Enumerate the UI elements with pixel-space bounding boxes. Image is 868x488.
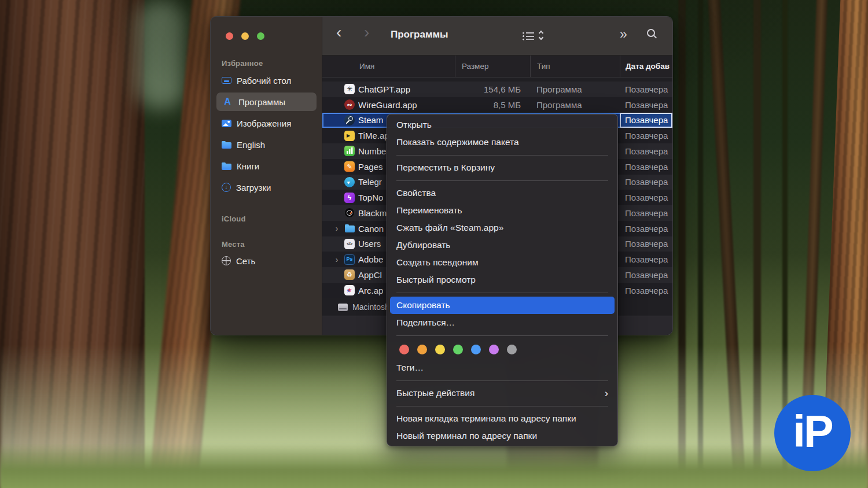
sidebar-item-label: Программы [238, 97, 285, 107]
file-name: WireGuard.app [358, 100, 417, 110]
sidebar-item-label: Рабочий стол [237, 76, 291, 86]
pages-icon [344, 161, 355, 172]
file-date: Позавчера [620, 175, 672, 190]
menu-item-label: Быстрый просмотр [396, 271, 476, 289]
sidebar-section-label: Места [216, 227, 317, 252]
close-button[interactable] [226, 32, 233, 40]
menu-item-label: Переименовать [396, 202, 462, 219]
tag-color-dot[interactable] [453, 345, 463, 354]
file-date: Позавчера [620, 159, 672, 175]
sidebar-item-globe[interactable]: Сеть [216, 252, 317, 270]
column-header-name[interactable]: Имя [322, 56, 455, 77]
context-menu: ОткрытьПоказать содержимое пакетаПеремес… [387, 114, 618, 446]
file-date: Позавчера [620, 143, 672, 159]
file-row[interactable]: WireGuard.app8,5 МБПрограммаПозавчера [322, 97, 672, 113]
sidebar-item-label: Изображения [237, 119, 291, 128]
chatgpt-icon [344, 84, 355, 94]
menu-separator [396, 293, 608, 293]
file-date: Позавчера [620, 236, 672, 252]
menu-separator [396, 406, 608, 406]
downloads-icon [222, 183, 231, 192]
menu-item-rename[interactable]: Переименовать [390, 202, 615, 219]
file-name: Arc.ap [358, 286, 383, 295]
file-date: Позавчера [620, 97, 672, 113]
menu-item-label: Скопировать [396, 297, 450, 314]
sidebar-item-label: Загрузки [236, 183, 271, 193]
file-date: Позавчера [620, 221, 672, 236]
folder-icon [222, 164, 231, 170]
file-size: 8,5 МБ [455, 97, 530, 113]
sidebar-item-label: English [237, 140, 265, 150]
appcleaner-icon [344, 269, 355, 280]
users-icon [344, 239, 355, 249]
sidebar-item-appstore[interactable]: Программы [216, 93, 317, 111]
sidebar-item-folder[interactable]: English [216, 135, 317, 154]
menu-item-tags[interactable]: Теги… [390, 359, 615, 376]
tag-color-dot[interactable] [507, 345, 517, 354]
blackmagic-icon [344, 208, 355, 218]
file-date: Позавчера [620, 267, 672, 283]
disclosure-chevron-icon: › [333, 224, 341, 232]
menu-item-move-to-trash[interactable]: Переместить в Корзину [390, 159, 615, 176]
search-icon[interactable] [647, 29, 655, 37]
tag-color-dot[interactable] [489, 345, 499, 354]
folderb-icon [344, 223, 355, 234]
file-name: Numbe [358, 146, 386, 156]
column-header-type[interactable]: Тип [530, 56, 620, 77]
steam-icon [344, 115, 355, 125]
menu-item-label: Свойства [396, 184, 436, 202]
file-name: Steam [358, 115, 383, 125]
menu-item-get-info[interactable]: Свойства [390, 184, 615, 202]
sidebar: ИзбранноеРабочий столПрограммыИзображени… [211, 17, 322, 335]
more-toolbar-items-icon[interactable]: » [620, 27, 627, 42]
menu-item-new-terminal-tab[interactable]: Новая вкладка терминала по адресу папки [390, 410, 615, 427]
globe-icon [222, 256, 231, 265]
menu-item-new-terminal[interactable]: Новый терминал по адресу папки [390, 427, 615, 445]
minimize-button[interactable] [241, 32, 249, 40]
menu-item-label: Дублировать [396, 236, 450, 254]
tag-color-dot[interactable] [417, 345, 427, 354]
sidebar-item-desktop[interactable]: Рабочий стол [216, 71, 317, 90]
menu-item-quick-actions[interactable]: Быстрые действия› [390, 385, 615, 402]
file-name: Users [358, 239, 381, 249]
foliage-bottom [0, 443, 868, 488]
file-type: Программа [530, 97, 620, 113]
file-name: Blackm [358, 208, 387, 218]
file-date: Позавчера [620, 82, 672, 97]
back-button[interactable]: ‹ [336, 24, 341, 40]
tag-colors-row [387, 339, 617, 359]
file-name: AppCl [358, 270, 382, 280]
column-header-date-added[interactable]: Дата добав [620, 56, 672, 77]
context-menu-items: ОткрытьПоказать содержимое пакетаПеремес… [387, 116, 617, 445]
view-picker-chevrons-icon[interactable] [539, 31, 543, 39]
menu-item-duplicate[interactable]: Дублировать [390, 236, 615, 254]
forward-button[interactable]: › [364, 24, 369, 40]
menu-item-share[interactable]: Поделиться… [390, 314, 615, 331]
tag-color-dot[interactable] [435, 345, 445, 354]
sidebar-item-downloads[interactable]: Загрузки [216, 178, 317, 197]
sidebar-item-images[interactable]: Изображения [216, 114, 317, 132]
menu-separator [396, 155, 608, 156]
tag-color-dot[interactable] [399, 345, 409, 354]
menu-item-label: Новый терминал по адресу папки [396, 427, 537, 445]
menu-item-quick-look[interactable]: Быстрый просмотр [390, 271, 615, 289]
menu-item-label: Создать псевдоним [396, 254, 479, 271]
menu-item-compress[interactable]: Сжать файл «Steam.app» [390, 219, 615, 236]
menu-item-open[interactable]: Открыть [390, 116, 615, 134]
file-row[interactable]: ChatGPT.app154,6 МБПрограммаПозавчера [322, 82, 672, 97]
column-headers: Имя Размер Тип Дата добав [322, 56, 672, 77]
file-type: Программа [530, 82, 620, 97]
zoom-button[interactable] [257, 32, 264, 40]
images-icon [222, 120, 231, 127]
menu-item-copy[interactable]: Скопировать [390, 297, 615, 314]
list-view-icon[interactable] [523, 32, 535, 40]
column-header-size[interactable]: Размер [455, 56, 530, 77]
drive-icon [338, 304, 348, 311]
menu-item-make-alias[interactable]: Создать псевдоним [390, 254, 615, 271]
sidebar-item-folder[interactable]: Книги [216, 157, 317, 175]
tag-color-dot[interactable] [471, 345, 481, 354]
menu-item-show-package-contents[interactable]: Показать содержимое пакета [390, 134, 615, 151]
menu-item-label: Сжать файл «Steam.app» [396, 219, 503, 236]
disclosure-chevron-icon: › [333, 256, 341, 264]
file-name: Pages [358, 162, 383, 172]
